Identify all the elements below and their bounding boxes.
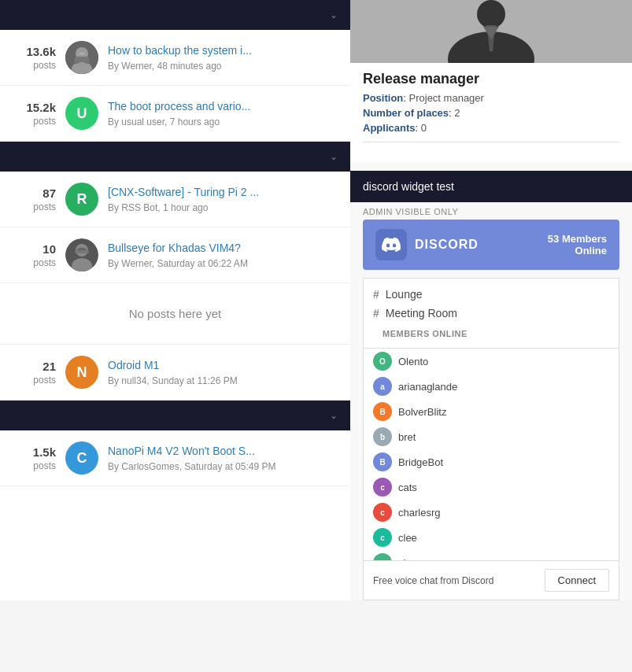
connect-button[interactable]: Connect — [545, 569, 609, 592]
post-count: 15.2k — [13, 101, 56, 114]
discord-left: DISCORD — [375, 229, 479, 260]
discord-widget[interactable]: DISCORD 53 Members Online — [363, 220, 619, 270]
post-count: 21 — [13, 360, 56, 373]
post-meta: By usual user, 7 hours ago — [108, 116, 220, 127]
post-title[interactable]: Odroid M1 — [108, 359, 338, 371]
member-name: arianaglande — [398, 381, 457, 393]
post-meta: By RSS Bot, 1 hour ago — [108, 202, 208, 213]
post-count: 1.5k — [13, 445, 56, 459]
member-avatar: B — [373, 402, 392, 421]
post-count: 13.6k — [13, 45, 56, 58]
post-label: posts — [33, 201, 56, 212]
list-item: c cats — [364, 474, 619, 500]
members-online-label: MEMBERS ONLINE — [373, 323, 609, 342]
avatar: U — [65, 97, 98, 130]
svg-rect-6 — [75, 250, 89, 253]
channel-hash: # — [373, 307, 379, 319]
online-label: Online — [575, 245, 607, 257]
member-avatar: B — [373, 452, 392, 471]
right-column: Release manager Position: Project manage… — [350, 0, 632, 600]
channel-name: Lounge — [386, 288, 423, 301]
post-count: 10 — [13, 242, 56, 256]
post-stats: 15.2k posts — [13, 101, 56, 127]
post-title[interactable]: How to backup the system i... — [108, 44, 338, 57]
svg-point-8 — [477, 0, 505, 28]
post-stats: 21 posts — [13, 360, 56, 386]
channel-lounge[interactable]: # Lounge — [373, 285, 609, 304]
post-info: Odroid M1 By null34, Sunday at 11:26 PM — [108, 359, 338, 386]
post-meta: By Werner, 48 minutes ago — [108, 61, 222, 72]
post-info: The boot process and vario... By usual u… — [108, 100, 338, 127]
places-label: Number of places — [363, 107, 449, 119]
post-info: NanoPi M4 V2 Won't Boot S... By CarlosGo… — [108, 445, 338, 472]
channel-hash: # — [373, 288, 379, 301]
post-info: [CNX-Software] - Turing Pi 2 ... By RSS … — [108, 186, 338, 213]
list-item: b bret — [364, 424, 619, 449]
post-stats: 10 posts — [13, 242, 56, 268]
post-label: posts — [33, 60, 56, 71]
post-count: 87 — [13, 186, 56, 200]
post-item: 87 posts R [CNX-Software] - Turing Pi 2 … — [0, 172, 350, 227]
post-stats: 13.6k posts — [13, 45, 56, 71]
profile-position: Position: Project manager — [363, 92, 619, 104]
members-count: 53 — [548, 233, 559, 245]
post-info: Bullseye for Khadas VIM4? By Werner, Sat… — [108, 242, 338, 269]
section2-header[interactable]: ⌄ — [0, 142, 350, 172]
member-name: cats — [398, 482, 417, 493]
discord-channels: # Lounge # Meeting Room MEMBERS ONLINE — [363, 278, 619, 349]
list-item: B BolverBlitz — [364, 399, 619, 424]
member-name: BridgeBot — [398, 456, 443, 468]
list-item: a arianaglande — [364, 374, 619, 399]
section4-header[interactable]: ⌄ — [0, 401, 350, 430]
member-avatar: O — [373, 352, 392, 371]
discord-footer: Free voice chat from Discord Connect — [363, 561, 619, 600]
post-info: How to backup the system i... By Werner,… — [108, 44, 338, 72]
member-avatar: b — [373, 427, 392, 446]
post-stats: 1.5k posts — [13, 445, 56, 471]
list-item: c clever — [364, 550, 619, 561]
member-name: clee — [398, 532, 417, 544]
post-label: posts — [33, 460, 56, 471]
avatar: C — [65, 441, 98, 474]
profile-section: Release manager Position: Project manage… — [350, 0, 632, 163]
member-name: charlesrg — [398, 507, 440, 519]
post-meta: By Werner, Saturday at 06:22 AM — [108, 258, 248, 269]
chevron-down-icon: ⌄ — [330, 151, 338, 162]
post-title[interactable]: The boot process and vario... — [108, 100, 338, 113]
applicants-value: 0 — [421, 122, 427, 134]
channel-meeting-room[interactable]: # Meeting Room — [373, 304, 609, 323]
member-avatar: a — [373, 377, 392, 396]
discord-logo — [375, 229, 407, 260]
discord-section: discord widget test ADMIN VISIBLE ONLY D… — [350, 171, 632, 600]
discord-footer-text: Free voice chat from Discord — [373, 575, 493, 586]
places-value: 2 — [454, 107, 460, 119]
post-title[interactable]: [CNX-Software] - Turing Pi 2 ... — [108, 186, 338, 198]
chevron-down-icon: ⌄ — [330, 410, 338, 421]
post-label: posts — [33, 116, 56, 127]
section1-header[interactable]: ⌄ — [0, 0, 350, 30]
profile-places: Number of places: 2 — [363, 107, 619, 119]
member-name: Olento — [398, 356, 428, 367]
post-item: 15.2k posts U The boot process and vario… — [0, 86, 350, 142]
post-label: posts — [33, 375, 56, 386]
post-title[interactable]: Bullseye for Khadas VIM4? — [108, 242, 338, 254]
no-posts-message: No posts here yet — [0, 283, 350, 345]
list-item: c clee — [364, 525, 619, 550]
post-item: 13.6k posts How to backup the system i..… — [0, 30, 350, 86]
chevron-down-icon: ⌄ — [330, 9, 338, 20]
member-list: O Olento a arianaglande B BolverBlitz b … — [363, 349, 619, 561]
post-title[interactable]: NanoPi M4 V2 Won't Boot S... — [108, 445, 338, 457]
member-avatar: c — [373, 528, 392, 547]
profile-applicants: Applicants: 0 — [363, 122, 619, 134]
post-meta: By CarlosGomes, Saturday at 05:49 PM — [108, 461, 275, 472]
profile-image — [350, 0, 632, 63]
members-label-text: Members — [562, 233, 607, 245]
channel-name: Meeting Room — [386, 307, 457, 319]
avatar: R — [65, 183, 98, 216]
discord-header: discord widget test — [350, 171, 632, 202]
avatar: N — [65, 356, 98, 389]
post-meta: By null34, Sunday at 11:26 PM — [108, 375, 238, 386]
avatar — [65, 238, 98, 271]
discord-title: discord widget test — [363, 180, 454, 193]
profile-title: Release manager — [363, 71, 619, 87]
